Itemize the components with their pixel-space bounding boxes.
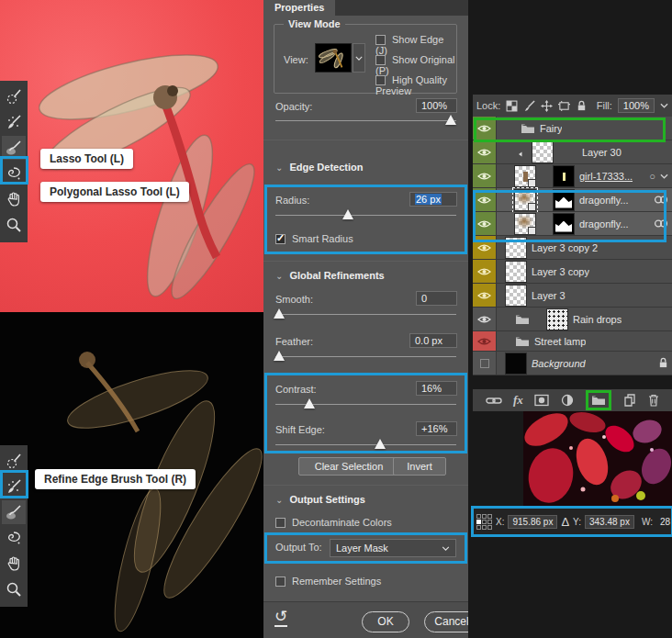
chevron-down-icon[interactable]: [660, 103, 668, 108]
visibility-toggle[interactable]: [473, 236, 497, 259]
lock-artboard-icon[interactable]: [558, 100, 570, 112]
smooth-value[interactable]: 0: [416, 291, 457, 306]
opacity-slider[interactable]: [275, 114, 456, 127]
visibility-toggle[interactable]: [473, 331, 497, 351]
lock-paint-icon[interactable]: [523, 100, 535, 112]
quick-selection-tool-icon[interactable]: [2, 84, 26, 108]
w-value[interactable]: 28: [656, 516, 672, 528]
decontaminate-checkbox[interactable]: Decontaminate Colors: [275, 517, 392, 528]
adjustment-layer-icon[interactable]: [560, 394, 575, 407]
zoom-tool-icon[interactable]: [2, 213, 26, 237]
visibility-toggle[interactable]: [473, 212, 497, 235]
show-edge-checkbox[interactable]: Show Edge (J): [375, 34, 456, 56]
edge-detection-header[interactable]: ⌄Edge Detection: [275, 162, 363, 173]
visibility-toggle[interactable]: [473, 284, 497, 307]
shift-edge-slider[interactable]: [275, 438, 456, 451]
tab-properties[interactable]: Properties: [263, 0, 335, 16]
view-dropdown-button[interactable]: [353, 43, 365, 73]
refine-edge-brush-tool-icon[interactable]: [2, 475, 26, 498]
output-to-select[interactable]: Layer Mask: [330, 539, 456, 557]
mask-link-icon[interactable]: [541, 217, 548, 231]
smart-radius-box[interactable]: [275, 234, 286, 244]
quick-selection-tool-icon[interactable]: [2, 449, 26, 473]
feather-slider[interactable]: [275, 350, 456, 363]
smart-radius-checkbox[interactable]: Smart Radius: [275, 233, 353, 244]
hand-tool-icon[interactable]: [2, 552, 26, 576]
show-edge-box[interactable]: [375, 35, 386, 45]
lock-position-icon[interactable]: [541, 100, 553, 112]
layer-row-layer3copy[interactable]: Layer 3 copy: [473, 260, 672, 284]
chevron-down-icon[interactable]: [660, 173, 668, 179]
clear-selection-button[interactable]: Clear Selection: [298, 457, 399, 476]
view-thumbnail[interactable]: [315, 43, 352, 73]
layer-style-icon[interactable]: fx: [513, 393, 523, 408]
high-quality-box[interactable]: [375, 75, 386, 85]
show-original-checkbox[interactable]: Show Original (P): [375, 54, 456, 76]
layer-thumbnail[interactable]: [505, 285, 527, 307]
brush-tool-icon[interactable]: [2, 500, 26, 524]
global-refinements-header[interactable]: ⌄Global Refinements: [275, 270, 385, 281]
radius-value[interactable]: 26 px: [409, 192, 457, 207]
delta-icon[interactable]: Δ: [561, 515, 569, 529]
layer-mask-thumbnail[interactable]: [553, 165, 575, 187]
fill-value[interactable]: 100%: [618, 98, 655, 113]
layer-thumbnail[interactable]: [505, 261, 527, 283]
visibility-toggle[interactable]: [473, 117, 497, 140]
ok-button[interactable]: OK: [362, 611, 409, 632]
smooth-slider[interactable]: [275, 308, 456, 320]
reference-point-icon[interactable]: [476, 514, 492, 530]
layer-row-fairy[interactable]: Fairy: [473, 117, 672, 140]
refine-edge-brush-tool-icon[interactable]: [2, 110, 26, 134]
layer-thumbnail[interactable]: [505, 237, 527, 259]
feather-value[interactable]: 0.0 px: [409, 333, 457, 348]
visibility-toggle[interactable]: [473, 308, 497, 330]
chevron-right-icon[interactable]: [505, 315, 510, 324]
layer-row-dragonfly-1[interactable]: dragonfly...: [473, 188, 672, 212]
mask-link-icon[interactable]: [541, 169, 548, 184]
visibility-toggle[interactable]: [473, 164, 497, 187]
visibility-toggle[interactable]: [473, 188, 497, 211]
layer-thumbnail[interactable]: [505, 353, 527, 375]
layer-thumbnail[interactable]: [532, 141, 554, 163]
remember-settings-checkbox[interactable]: Remember Settings: [275, 576, 381, 587]
y-value[interactable]: 343.48 px: [585, 515, 634, 529]
show-original-box[interactable]: [375, 55, 386, 65]
lock-all-icon[interactable]: [576, 100, 588, 112]
layer-row-raindrops[interactable]: Rain drops: [473, 308, 672, 331]
layer-row-girl[interactable]: girl-17333... ○: [473, 164, 672, 188]
layer-mask-thumbnail[interactable]: [553, 189, 575, 211]
lasso-tool-icon[interactable]: [2, 162, 26, 185]
layer-mask-thumbnail[interactable]: [553, 213, 575, 235]
visibility-toggle[interactable]: [473, 140, 497, 163]
mask-link-icon[interactable]: [534, 312, 542, 327]
zoom-tool-icon[interactable]: [2, 577, 26, 601]
invert-button[interactable]: Invert: [393, 457, 446, 476]
layer-row-layer30[interactable]: Layer 30: [473, 140, 672, 164]
hand-tool-icon[interactable]: [2, 187, 26, 211]
lock-transparent-icon[interactable]: [506, 100, 518, 112]
visibility-toggle[interactable]: [473, 260, 497, 283]
layer-row-streetlamp[interactable]: Street lamp: [473, 331, 672, 352]
chevron-right-icon[interactable]: [505, 337, 510, 346]
decontaminate-box[interactable]: [275, 518, 286, 528]
layer-row-dragonfly-2[interactable]: dragonfly...: [473, 212, 672, 236]
remember-settings-box[interactable]: [275, 576, 286, 587]
radius-slider[interactable]: [275, 208, 456, 221]
layer-row-layer3[interactable]: Layer 3: [473, 284, 672, 308]
x-value[interactable]: 915.86 px: [508, 515, 557, 529]
new-group-icon[interactable]: [591, 394, 606, 407]
delete-layer-icon[interactable]: [648, 394, 659, 407]
link-layers-icon[interactable]: [486, 394, 502, 407]
contrast-value[interactable]: 16%: [416, 381, 457, 396]
new-layer-icon[interactable]: [622, 394, 637, 407]
reset-icon[interactable]: ↺: [274, 608, 287, 627]
shift-edge-value[interactable]: +16%: [416, 421, 457, 436]
smart-filter-icon[interactable]: ○: [649, 171, 655, 182]
layer-thumbnail[interactable]: [514, 189, 536, 211]
layer-row-layer3copy2[interactable]: Layer 3 copy 2: [473, 236, 672, 260]
group-mask-thumbnail[interactable]: [546, 308, 568, 330]
chevron-down-icon[interactable]: [507, 126, 516, 131]
layer-row-background[interactable]: Background: [473, 352, 672, 375]
layer-thumbnail[interactable]: [514, 165, 536, 187]
mask-link-icon[interactable]: [541, 193, 548, 207]
